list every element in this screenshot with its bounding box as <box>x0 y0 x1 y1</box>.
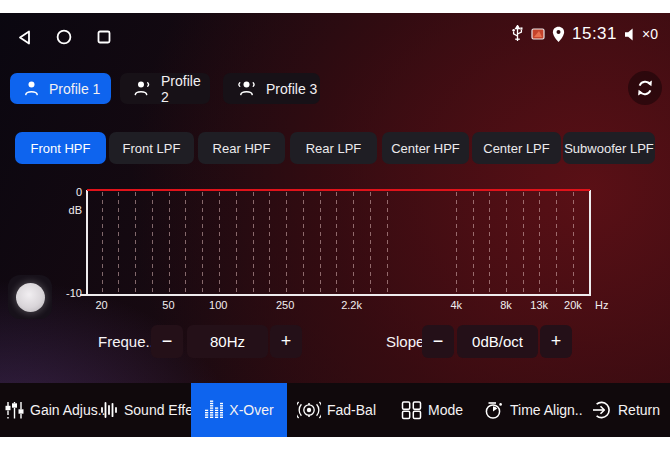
knob-icon <box>16 283 45 312</box>
usb-icon <box>511 25 524 44</box>
tab-front-lpf[interactable]: Front LPF <box>109 132 194 164</box>
x-tick-label: 4k <box>450 299 462 311</box>
frequency-gridline <box>489 192 490 294</box>
stopwatch-icon <box>484 400 504 420</box>
frequency-gridline <box>219 192 220 294</box>
frequency-gridline <box>303 192 304 294</box>
plot-right-border <box>589 190 591 296</box>
slope-label: Slope <box>386 325 424 358</box>
profile-1-label: Profile 1 <box>49 81 100 97</box>
location-icon <box>552 26 565 43</box>
screenshot-top-border <box>0 0 670 13</box>
nav-sound-effect[interactable]: Sound Effe.. <box>100 383 201 437</box>
profile-1-button[interactable]: Profile 1 <box>10 73 111 104</box>
frequency-gridline <box>320 192 321 294</box>
frequency-gridline <box>387 192 388 294</box>
volume-muted-indicator: ×0 <box>624 26 658 42</box>
refresh-button[interactable] <box>628 71 662 105</box>
nav-return-label: Return <box>618 402 660 418</box>
frequency-gridline <box>523 192 524 294</box>
user-voice-icon <box>133 80 152 97</box>
y-axis-label: dB <box>56 204 82 216</box>
home-icon[interactable] <box>56 29 72 45</box>
frequency-gridline <box>236 192 237 294</box>
nav-mode[interactable]: Mode <box>401 383 463 437</box>
equalizer-icon <box>204 400 223 420</box>
x-tick-label: 20 <box>95 299 107 311</box>
back-icon[interactable] <box>18 30 31 45</box>
x-tick-label: 8k <box>500 299 512 311</box>
frequency-gridline <box>556 192 557 294</box>
nav-gain-adjust[interactable]: Gain Adjus.. <box>5 383 106 437</box>
frequency-gridline <box>135 192 136 294</box>
frequency-gridline <box>169 192 170 294</box>
screen-notification-icon <box>531 28 545 40</box>
volume-level: ×0 <box>642 26 658 42</box>
nav-fad-label: Fad-Bal <box>327 402 376 418</box>
frequency-response-plot <box>87 190 590 295</box>
slope-increase-button[interactable]: + <box>540 325 572 358</box>
frequency-gridline <box>473 192 474 294</box>
tab-rear-hpf[interactable]: Rear HPF <box>198 132 285 164</box>
mode-squares-icon <box>401 400 422 420</box>
tab-rear-lpf[interactable]: Rear LPF <box>290 132 377 164</box>
profile-2-button[interactable]: Profile 2 <box>120 73 210 104</box>
x-tick-label: 2.2k <box>341 299 362 311</box>
frequency-gridline <box>353 192 354 294</box>
nav-time-align[interactable]: Time Align.. <box>484 383 583 437</box>
floating-assist-widget[interactable] <box>8 275 52 319</box>
clock: 15:31 <box>572 24 617 44</box>
nav-xover-label: X-Over <box>229 402 273 418</box>
frequency-decrease-button[interactable]: − <box>151 325 183 358</box>
nav-return[interactable]: Return <box>592 383 660 437</box>
tab-center-hpf[interactable]: Center HPF <box>382 132 469 164</box>
frequency-gridline <box>202 192 203 294</box>
slope-value: 0dB/oct <box>457 325 538 358</box>
x-tick-label: 250 <box>276 299 294 311</box>
frequency-gridline <box>185 192 186 294</box>
frequency-gridline <box>506 192 507 294</box>
recents-icon[interactable] <box>97 30 111 44</box>
profile-3-button[interactable]: Profile 3 <box>223 73 320 104</box>
y-axis-line <box>86 190 88 296</box>
bottom-nav-bar: Gain Adjus.. Sound Effe.. <box>0 383 670 437</box>
frequency-gridline <box>269 192 270 294</box>
nav-gain-label: Gain Adjus.. <box>30 402 106 418</box>
tab-center-lpf[interactable]: Center LPF <box>472 132 561 164</box>
x-axis-unit: Hz <box>595 299 608 311</box>
frequency-gridline <box>102 192 103 294</box>
profile-2-label: Profile 2 <box>161 73 210 105</box>
slope-decrease-button[interactable]: − <box>422 325 454 358</box>
tab-front-hpf[interactable]: Front HPF <box>15 132 106 164</box>
gain-sliders-icon <box>5 400 24 420</box>
android-nav-buttons <box>18 27 111 47</box>
return-arrow-icon <box>592 400 612 420</box>
nav-fad-bal[interactable]: Fad-Bal <box>297 383 376 437</box>
frequency-gridline <box>539 192 540 294</box>
nav-time-label: Time Align.. <box>510 402 583 418</box>
x-tick-label: 50 <box>162 299 174 311</box>
screenshot-bottom-border <box>0 437 670 453</box>
nav-x-over[interactable]: X-Over <box>191 383 287 437</box>
frequency-increase-button[interactable]: + <box>270 325 302 358</box>
sound-bars-icon <box>100 400 118 420</box>
frequency-label: Freque.. <box>98 325 154 358</box>
frequency-gridline <box>573 192 574 294</box>
frequency-gridline <box>253 192 254 294</box>
nav-sound-label: Sound Effe.. <box>124 402 201 418</box>
frequency-value: 80Hz <box>187 325 268 358</box>
profile-3-label: Profile 3 <box>266 81 317 97</box>
status-bar-right: 15:31 ×0 <box>511 20 658 48</box>
fader-balance-icon <box>297 400 321 420</box>
frequency-gridline <box>152 192 153 294</box>
frequency-gridline <box>336 192 337 294</box>
x-tick-label: 20k <box>564 299 582 311</box>
y-tick-minus10: -10 <box>56 287 82 299</box>
frequency-gridline <box>286 192 287 294</box>
frequency-gridline <box>456 192 457 294</box>
refresh-icon <box>635 78 655 98</box>
response-curve-0db <box>87 189 590 191</box>
tab-subwoofer-lpf[interactable]: Subwoofer LPF <box>563 132 655 164</box>
x-axis-line <box>80 294 591 296</box>
user-group-icon <box>236 80 257 97</box>
